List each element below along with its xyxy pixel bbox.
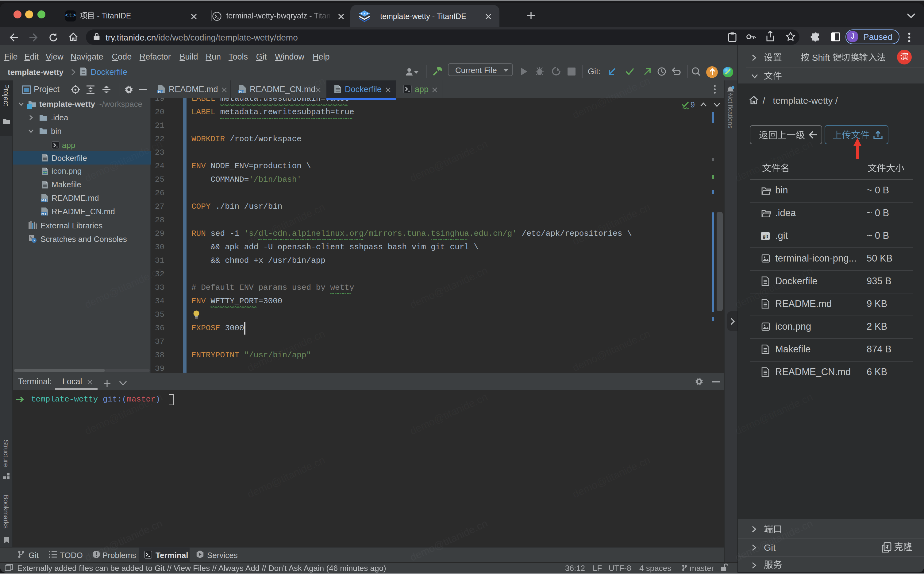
svg-text:git: git — [763, 233, 768, 238]
